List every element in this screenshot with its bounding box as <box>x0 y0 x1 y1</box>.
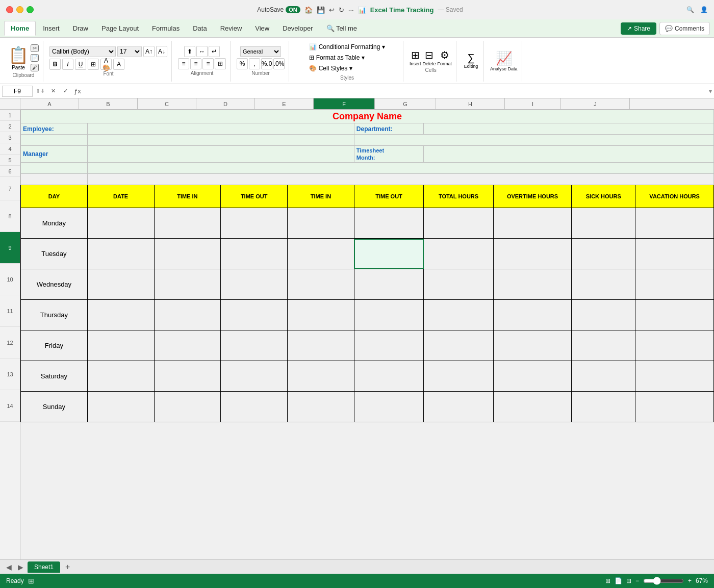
cell-saturday-sick[interactable] <box>572 361 635 392</box>
row-num-9[interactable]: 9 <box>0 232 20 264</box>
cell-monday[interactable]: Monday <box>21 208 88 239</box>
cell-sunday-vacation[interactable] <box>635 392 714 422</box>
cell-monday-overtime[interactable] <box>493 208 572 239</box>
cell-saturday-timeout1[interactable] <box>221 361 288 392</box>
profile-icon[interactable]: 👤 <box>700 6 708 13</box>
comments-button[interactable]: 💬 Comments <box>659 22 710 35</box>
row-num-5[interactable]: 5 <box>0 155 20 166</box>
copy-button[interactable]: 📄 <box>31 54 39 62</box>
autosave-toggle[interactable]: ON <box>286 6 300 13</box>
zoom-out-icon[interactable]: − <box>635 577 639 584</box>
cell-thursday-timeout1[interactable] <box>221 300 288 330</box>
header-vacation-hours[interactable]: VACATION HOURS <box>635 185 714 208</box>
number-format-select[interactable]: General <box>240 46 281 57</box>
cell-wednesday-vacation[interactable] <box>635 269 714 300</box>
cell-sunday-overtime[interactable] <box>493 392 572 422</box>
decrease-font-button[interactable]: A↓ <box>156 46 167 57</box>
cell-sunday-timeout2[interactable] <box>354 392 423 422</box>
toolbar-home-icon[interactable]: 🏠 <box>304 6 313 14</box>
row5-rest[interactable] <box>87 163 713 174</box>
cell-friday-timein2[interactable] <box>288 330 354 361</box>
row-num-10[interactable]: 10 <box>0 264 20 295</box>
format-as-table-button[interactable]: ⊞ Format as Table ▾ <box>306 53 389 62</box>
comma-button[interactable]: , <box>249 58 260 69</box>
company-name-cell[interactable]: Company Name <box>21 110 714 123</box>
conditional-formatting-button[interactable]: 📊 Conditional Formatting ▾ <box>306 42 389 52</box>
cell-friday-total[interactable] <box>424 330 493 361</box>
row3-f-j[interactable] <box>354 135 713 146</box>
border-button[interactable]: ⊞ <box>88 59 99 70</box>
row-num-3[interactable]: 3 <box>0 132 20 143</box>
cell-tuesday-timeout2-selected[interactable] <box>354 239 423 269</box>
page-layout-icon[interactable]: 📄 <box>615 577 622 584</box>
row3-b-e[interactable] <box>87 135 354 146</box>
maximize-button[interactable] <box>27 6 34 13</box>
normal-view-icon[interactable]: ⊞ <box>605 577 610 584</box>
font-name-select[interactable]: Calibri (Body) <box>49 46 116 57</box>
row-num-4[interactable]: 4 <box>0 143 20 155</box>
add-sheet-button[interactable]: + <box>62 563 73 572</box>
align-center-button[interactable]: ≡ <box>190 58 201 69</box>
manager-label-cell[interactable]: Manager <box>21 146 88 163</box>
cell-saturday[interactable]: Saturday <box>21 361 88 392</box>
tab-view[interactable]: View <box>249 21 275 35</box>
header-sick-hours[interactable]: SICK HOURS <box>572 185 635 208</box>
cell-sunday-timein2[interactable] <box>288 392 354 422</box>
close-button[interactable] <box>6 6 13 13</box>
cell-friday-timein1[interactable] <box>154 330 221 361</box>
col-header-i[interactable]: I <box>505 98 561 109</box>
formula-expand-button[interactable]: ▾ <box>709 88 712 95</box>
row-num-6[interactable]: 6 <box>0 166 20 177</box>
cell-wednesday-timein1[interactable] <box>154 269 221 300</box>
header-time-in-2[interactable]: TIME IN <box>288 185 354 208</box>
cell-saturday-timeout2[interactable] <box>354 361 423 392</box>
decrease-decimal-button[interactable]: %.0 <box>261 58 272 69</box>
insert-function-button[interactable]: ƒx <box>72 86 83 96</box>
cell-thursday-total[interactable] <box>424 300 493 330</box>
cell-tuesday-timeout1[interactable] <box>221 239 288 269</box>
cell-thursday[interactable]: Thursday <box>21 300 88 330</box>
share-button[interactable]: ↗ Share <box>621 22 656 35</box>
row-num-1[interactable]: 1 <box>0 110 20 121</box>
col-header-c[interactable]: C <box>138 98 196 109</box>
department-label-cell[interactable]: Department: <box>354 123 423 135</box>
cell-styles-button[interactable]: 🎨 Cell Styles ▾ <box>306 64 389 73</box>
cell-wednesday-overtime[interactable] <box>493 269 572 300</box>
header-overtime-hours[interactable]: OVERTIME HOURS <box>493 185 572 208</box>
cell-tuesday-timein2[interactable] <box>288 239 354 269</box>
cell-tuesday-overtime[interactable] <box>493 239 572 269</box>
tab-insert[interactable]: Insert <box>37 21 66 35</box>
cell-monday-timeout1[interactable] <box>221 208 288 239</box>
header-time-in-1[interactable]: TIME IN <box>154 185 221 208</box>
tab-page-layout[interactable]: Page Layout <box>95 21 145 35</box>
cell-thursday-overtime[interactable] <box>493 300 572 330</box>
italic-button[interactable]: I <box>62 59 73 70</box>
cell-saturday-timein2[interactable] <box>288 361 354 392</box>
cell-thursday-timeout2[interactable] <box>354 300 423 330</box>
row5-a[interactable] <box>21 163 88 174</box>
confirm-formula-button[interactable]: ✓ <box>60 86 70 96</box>
cell-tuesday-vacation[interactable] <box>635 239 714 269</box>
col-header-h[interactable]: H <box>436 98 505 109</box>
cell-saturday-overtime[interactable] <box>493 361 572 392</box>
format-painter-button[interactable]: 🖌 <box>31 64 39 71</box>
toolbar-redo-icon[interactable]: ↻ <box>339 6 344 14</box>
cell-wednesday-timeout1[interactable] <box>221 269 288 300</box>
cut-button[interactable]: ✂ <box>31 44 39 52</box>
row-num-12[interactable]: 12 <box>0 327 20 359</box>
merge-button[interactable]: ⊞ <box>215 58 226 69</box>
underline-button[interactable]: U <box>75 59 86 70</box>
row-num-14[interactable]: 14 <box>0 390 20 422</box>
employee-value-cell[interactable] <box>87 123 354 135</box>
cell-friday[interactable]: Friday <box>21 330 88 361</box>
header-time-out-1[interactable]: TIME OUT <box>221 185 288 208</box>
editing-button[interactable]: ∑ Editing <box>464 52 478 69</box>
font-color-button[interactable]: A <box>113 59 124 70</box>
cell-monday-total[interactable] <box>424 208 493 239</box>
cell-friday-timeout2[interactable] <box>354 330 423 361</box>
cell-thursday-timein1[interactable] <box>154 300 221 330</box>
sheet-nav-prev[interactable]: ◀ <box>4 563 14 571</box>
row6-rest[interactable] <box>87 174 713 185</box>
manager-value-cell[interactable] <box>87 146 354 163</box>
timesheet-value-cell[interactable] <box>424 146 714 163</box>
